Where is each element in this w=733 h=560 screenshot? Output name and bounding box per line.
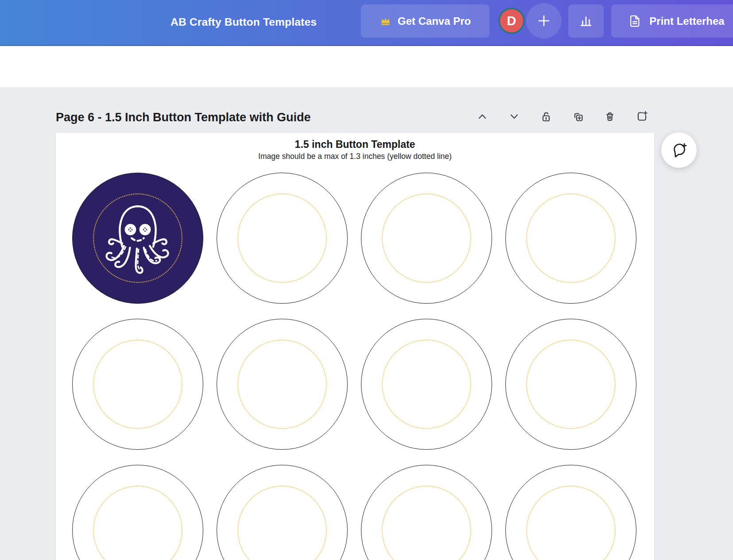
insights-button[interactable]: [568, 4, 604, 38]
max-image-guide-circle: [237, 486, 327, 560]
max-image-guide-circle: [93, 340, 182, 429]
top-bar: AB Crafty Button Templates Get Canva Pro…: [0, 0, 733, 46]
add-design-button[interactable]: [526, 3, 562, 39]
avatar-initial: D: [507, 14, 516, 28]
button-template-circle[interactable]: [72, 465, 203, 560]
max-image-guide-circle: [382, 486, 471, 560]
max-image-guide-circle: [526, 193, 616, 283]
unlock-page-button[interactable]: [539, 109, 553, 124]
crown-icon: [380, 15, 392, 27]
move-page-down-button[interactable]: [507, 109, 521, 124]
move-page-up-button[interactable]: [475, 109, 489, 124]
get-canva-pro-label: Get Canva Pro: [398, 15, 471, 27]
template-heading[interactable]: 1.5 inch Button Template: [56, 139, 654, 151]
print-letterheads-button[interactable]: Print Letterhea: [611, 4, 733, 38]
max-image-guide-circle: [382, 340, 471, 429]
design-page: 1.5 inch Button Template Image should be…: [56, 133, 654, 560]
keyhole: [546, 117, 547, 119]
button-template-circle[interactable]: [361, 319, 492, 450]
button-template-circle[interactable]: [217, 319, 348, 450]
delete-page-button[interactable]: [603, 109, 617, 124]
toolbar-strip: [0, 46, 733, 87]
max-image-guide-circle: [237, 193, 327, 283]
add-page-button[interactable]: [635, 109, 649, 124]
button-template-circle[interactable]: [361, 173, 492, 304]
button-template-circle[interactable]: [217, 465, 348, 560]
button-template-circle[interactable]: [72, 173, 203, 304]
add-comment-icon: [670, 141, 688, 159]
max-image-guide-circle: [382, 193, 471, 283]
max-image-guide-circle: [526, 340, 616, 429]
button-template-circle[interactable]: [361, 465, 492, 560]
button-template-circle[interactable]: [505, 319, 636, 450]
max-image-guide-circle: [237, 340, 327, 429]
duplicate-page-button[interactable]: [571, 109, 585, 124]
canva-editor-screen: AB Crafty Button Templates Get Canva Pro…: [0, 0, 733, 560]
max-image-guide-circle: [93, 193, 182, 283]
page-actions: [475, 109, 649, 124]
page-title[interactable]: Page 6 - 1.5 Inch Button Template with G…: [56, 110, 311, 125]
print-letterheads-label: Print Letterhea: [649, 15, 724, 27]
template-instructions[interactable]: Image should be a max of 1.3 inches (yel…: [56, 152, 654, 161]
document-icon: [627, 13, 643, 29]
plus-icon: [536, 13, 552, 29]
get-canva-pro-button[interactable]: Get Canva Pro: [361, 4, 489, 38]
max-image-guide-circle: [526, 486, 616, 560]
button-template-circle[interactable]: [217, 173, 348, 304]
add-comment-button[interactable]: [661, 132, 697, 168]
bar-chart-icon: [578, 13, 594, 30]
avatar[interactable]: D: [498, 8, 525, 34]
button-template-circle[interactable]: [72, 319, 203, 450]
button-template-circle[interactable]: [505, 465, 636, 560]
button-template-circle[interactable]: [505, 173, 636, 304]
max-image-guide-circle: [93, 486, 182, 560]
design-title[interactable]: AB Crafty Button Templates: [171, 0, 317, 44]
